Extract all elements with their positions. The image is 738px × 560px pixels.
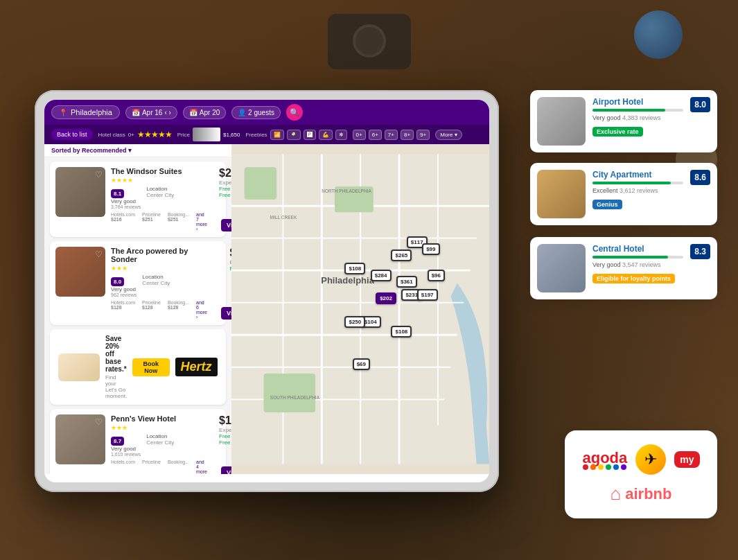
parking-filter-btn[interactable]: 🅿 [304, 130, 316, 140]
hotel-score-label-2: Very good [111, 286, 137, 292]
city-hotel-rating-bar [592, 182, 683, 184]
checkout-input[interactable]: 📅 Apr 20 [183, 106, 226, 119]
score-0-btn[interactable]: 0+ [353, 130, 366, 140]
airport-hotel-bar-fill [592, 109, 665, 112]
hotel-info-3: Penn's View Hotel ★★★ 8.7 Very good 1,61… [111, 414, 207, 474]
hotel-price-block-1: $216 Expedia Free internet Free cancella… [219, 167, 231, 198]
more-sites-1[interactable]: and 7 more › [196, 212, 207, 231]
back-to-list-button[interactable]: Back to list [51, 129, 93, 140]
hotel-thumb-1: ♡ [55, 167, 105, 217]
map-pin-5[interactable]: $361 [396, 276, 417, 288]
hotel-list: Sorted by Recommended ▾ ♡ The Windsor Su… [44, 144, 231, 474]
floating-card-city: City Apartment Excellent 3,612 reviews G… [530, 163, 717, 225]
airbnb-logo: airbnb [625, 485, 671, 503]
map-pin-1[interactable]: $265 [391, 250, 412, 261]
city-hotel-name[interactable]: City Apartment [592, 170, 683, 180]
hotel-location-val-3: Center City [146, 439, 174, 446]
wishlist-icon-1[interactable]: ♡ [95, 170, 103, 180]
view-deal-btn-2[interactable]: View Deal [221, 307, 231, 320]
hotel-name-1: The Windsor Suites [111, 167, 207, 175]
hotel-free-internet-1: Free internet [219, 186, 231, 192]
hotel-score-block-3: 8.7 Very good 1,610 reviews [111, 433, 141, 457]
city-score: 8.6 [690, 170, 710, 185]
hotel-prices-3: Hotels.com Priceline Booking... and 4 mo… [111, 460, 207, 474]
checkin-input[interactable]: 📅 Apr 16 ‹ › [125, 106, 177, 119]
central-hotel-rating-bar [592, 256, 683, 259]
site-1-1: Hotels.com $216 [111, 212, 135, 231]
score-6-btn[interactable]: 6+ [369, 130, 382, 140]
city-review-count: 3,612 reviews [620, 187, 658, 194]
score-9-btn[interactable]: 9+ [416, 130, 430, 140]
city-review-text: Excellent [592, 187, 618, 194]
score-8-btn[interactable]: 8+ [401, 130, 414, 140]
score-7-btn[interactable]: 7+ [385, 130, 398, 140]
svg-rect-13 [244, 167, 276, 200]
dot-blue [613, 464, 619, 470]
filter-bar: Back to list Hotel class 0+ ★★★★★ Price … [44, 125, 489, 144]
floating-card-airport: Airport Hotel Very good 4,383 reviews Ex… [530, 90, 717, 152]
stars-filter[interactable]: ★★★★★ [137, 130, 172, 139]
map-pin-9[interactable]: $197 [417, 289, 438, 301]
hertz-logo: Hertz [175, 358, 218, 376]
hotel-card-2: ♡ The Arco powered by Sonder ★★★ 8.0 Ver… [50, 241, 226, 325]
hotel-right-3: $188 Expedia Free internet Free cancella… [213, 414, 231, 474]
site-3-2: Priceline [142, 460, 161, 474]
wishlist-icon-3[interactable]: ♡ [95, 417, 103, 427]
hertz-sub-text: Find your Let's Go moment. [105, 374, 127, 399]
central-hotel-bar-fill [592, 256, 668, 259]
view-deal-btn-1[interactable]: View Deal [221, 219, 231, 231]
central-hotel-thumb [537, 244, 586, 292]
ipad-frame: 📍 Philadelphia 📅 Apr 16 ‹ › 📅 Apr 20 👤 2… [35, 90, 499, 492]
airport-hotel-name[interactable]: Airport Hotel [592, 97, 683, 107]
hotel-prices-1: Hotels.com $216 Priceline $251 Booking..… [111, 212, 207, 231]
hotel-score-3: 8.7 [111, 437, 124, 446]
map-pin-2[interactable]: $108 [344, 263, 365, 274]
svg-text:MILL CREEK: MILL CREEK [270, 215, 297, 220]
site-2-1: Hotels.com $128 [111, 300, 135, 320]
wishlist-icon-2[interactable]: ♡ [95, 250, 103, 259]
dot-green [606, 464, 611, 470]
price-filter: Price $1,650 [177, 128, 240, 141]
site-2-2: Priceline $128 [142, 300, 161, 320]
hotel-location-val-1: Center City [146, 192, 174, 198]
sort-value[interactable]: Recommended ▾ [82, 147, 132, 154]
site-2-3: Booking... $128 [168, 300, 189, 320]
airport-hotel-rating-bar [592, 109, 683, 112]
hotel-location-block-3: Location Center City [146, 433, 174, 457]
view-deal-btn-3[interactable]: View Deal [221, 466, 231, 474]
hotel-card-3: ♡ Penn's View Hotel ★★★ 8.7 Very good 1,… [50, 409, 226, 474]
guests-input[interactable]: 👤 2 guests [231, 106, 281, 119]
map-pin-13[interactable]: $69 [353, 358, 370, 370]
map-pin-7[interactable]: $99 [422, 243, 439, 255]
map-pin-active[interactable]: $202 [376, 292, 396, 304]
more-sites-2[interactable]: and 6 more › [196, 300, 207, 320]
hotel-right-1: $216 Expedia Free internet Free cancella… [213, 167, 231, 231]
site-3-3: Booking... [168, 460, 189, 474]
map-pin-11[interactable]: $108 [391, 326, 412, 338]
site-1-2: Priceline $251 [142, 212, 161, 231]
map-pin-8[interactable]: $96 [428, 270, 445, 281]
hotel-provider-3: Expedia [219, 427, 231, 433]
gym-filter-btn[interactable]: 💪 [319, 130, 333, 140]
hotel-thumb-2: ♡ [55, 247, 105, 297]
price-label: Price [177, 132, 190, 138]
ipad-screen: 📍 Philadelphia 📅 Apr 16 ‹ › 📅 Apr 20 👤 2… [44, 100, 489, 482]
hotel-score-block-1: 8.1 Very good 3,764 reviews [111, 186, 141, 209]
breakfast-filter-btn[interactable]: 🍳 [287, 130, 301, 140]
map-pin-12[interactable]: $250 [344, 316, 365, 328]
hotel-info-1: The Windsor Suites ★★★★ 8.1 Very good 3,… [111, 167, 207, 231]
central-hotel-info: Central Hotel Very good 3,547 reviews El… [592, 244, 683, 283]
sort-label: Sorted by [51, 147, 80, 154]
hotel-score-block-2: 8.0 Very good 962 reviews [111, 274, 137, 297]
dot-orange [590, 464, 596, 470]
more-filters-button[interactable]: More ▾ [435, 130, 462, 140]
hertz-book-button[interactable]: Book Now [132, 358, 169, 376]
more-sites-3[interactable]: and 4 more › [196, 460, 207, 474]
location-input[interactable]: 📍 Philadelphia [51, 105, 120, 119]
guests-value: 2 guests [248, 109, 274, 116]
map-pin-4[interactable]: $284 [371, 270, 392, 281]
ac-filter-btn[interactable]: ❄ [335, 130, 347, 140]
search-button[interactable]: 🔍 [286, 104, 303, 121]
wifi-filter-btn[interactable]: 📶 [270, 130, 284, 140]
central-hotel-name[interactable]: Central Hotel [592, 244, 683, 254]
